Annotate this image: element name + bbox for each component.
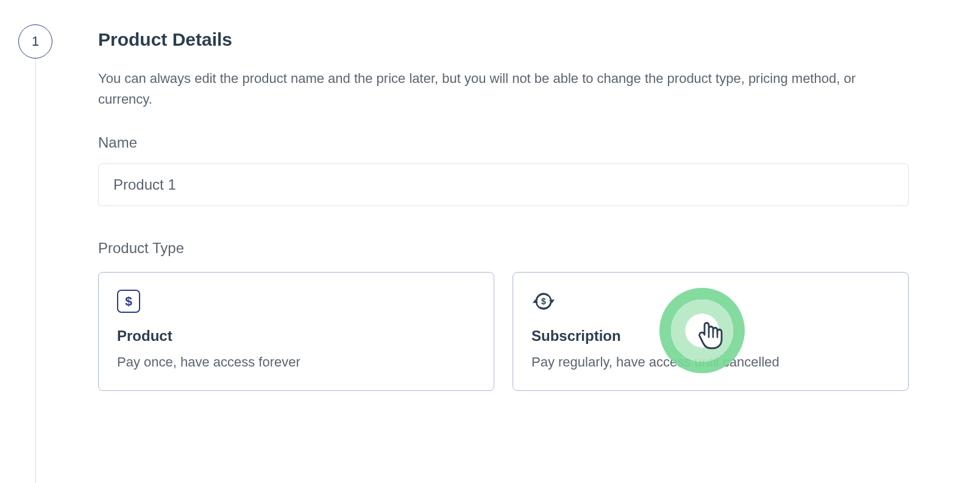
pointer-cursor-icon xyxy=(696,320,723,352)
option-desc-product: Pay once, have access forever xyxy=(117,353,475,372)
step-number-badge: 1 xyxy=(18,24,52,59)
product-type-option-subscription[interactable]: $ Subscription Pay regularly, have acces… xyxy=(513,272,909,391)
svg-marker-1 xyxy=(549,299,555,303)
section-title: Product Details xyxy=(98,29,962,50)
step-connector-line xyxy=(35,59,36,483)
svg-text:$: $ xyxy=(541,296,546,306)
option-title-product: Product xyxy=(117,327,475,345)
section-description: You can always edit the product name and… xyxy=(98,68,903,110)
svg-marker-0 xyxy=(533,299,538,303)
name-input[interactable] xyxy=(98,163,909,206)
name-field-label: Name xyxy=(98,134,962,151)
step-number-text: 1 xyxy=(32,34,39,49)
subscription-cycle-icon: $ xyxy=(531,289,556,313)
dollar-box-icon: $ xyxy=(117,290,140,313)
product-type-option-product[interactable]: $ Product Pay once, have access forever xyxy=(98,272,494,391)
product-type-label: Product Type xyxy=(98,240,962,257)
